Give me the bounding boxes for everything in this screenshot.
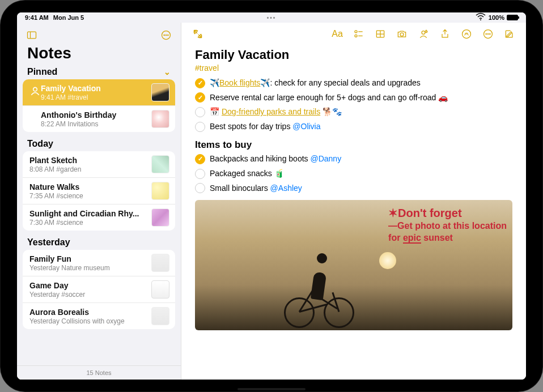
checklist-item[interactable]: ✈️Book flights✈️: check for any special … — [195, 76, 512, 91]
checkbox[interactable] — [195, 183, 205, 193]
checklist-text: Best spots for day trips @Olivia — [210, 121, 321, 133]
compose-button[interactable] — [500, 26, 519, 42]
checklist-item[interactable]: Small binoculars @Ashley — [195, 181, 512, 196]
share-button[interactable] — [435, 26, 455, 42]
editor-pane: Aa Family Vacation #travel ✈️Book flight… — [181, 23, 526, 380]
note-item-meta: 7:30 AM #science — [29, 219, 147, 227]
status-bar: 9:41 AM Mon Jun 5 ••• 100% — [17, 12, 526, 23]
chevron-down-icon: ⌄ — [164, 67, 171, 76]
note-list-item[interactable]: Family Fun Yesterday Nature museum — [23, 250, 175, 276]
battery-percent: 100% — [489, 14, 504, 21]
note-list-item[interactable]: Nature Walks 7:35 AM #science — [23, 178, 175, 204]
note-item-title: Game Day — [29, 281, 147, 290]
svg-point-23 — [487, 33, 488, 34]
note-thumbnail — [151, 254, 169, 272]
svg-point-0 — [480, 19, 481, 20]
attached-image[interactable]: ✶Don't forget —Get photo at this locatio… — [195, 200, 512, 330]
note-body[interactable]: Family Vacation #travel ✈️Book flights✈️… — [181, 45, 526, 380]
collaborate-button[interactable] — [414, 26, 433, 42]
text-format-button[interactable]: Aa — [328, 26, 347, 42]
checklist-text: Backpacks and hiking boots @Danny — [210, 154, 341, 165]
camera-button[interactable] — [392, 26, 412, 42]
handwriting-annotation: ✶Don't forget —Get photo at this locatio… — [388, 206, 507, 244]
checklist-text: Reserve rental car large enough for 5+ d… — [210, 92, 448, 104]
checkbox[interactable] — [195, 107, 205, 117]
checklist-text: Small binoculars @Ashley — [210, 183, 302, 194]
inline-link[interactable]: Book flights — [219, 78, 260, 87]
note-thumbnail — [151, 307, 169, 325]
note-thumbnail — [151, 155, 169, 173]
svg-point-10 — [355, 35, 357, 37]
svg-point-7 — [33, 87, 37, 91]
inline-link[interactable]: Dog-friendly parks and trails — [222, 107, 320, 116]
note-tag[interactable]: #travel — [195, 63, 512, 73]
svg-point-16 — [422, 31, 425, 35]
toggle-sidebar-button[interactable] — [25, 28, 39, 42]
checklist-text: ✈️Book flights✈️: check for any special … — [210, 78, 421, 89]
note-list-item[interactable]: Aurora Borealis Yesterday Collisions wit… — [23, 303, 175, 329]
checkbox[interactable] — [195, 154, 205, 164]
checklist-button[interactable] — [349, 26, 368, 42]
svg-point-6 — [168, 35, 168, 35]
note-item-title: Anthonio's Birthday — [41, 110, 147, 120]
note-list-item[interactable]: Plant Sketch 8:08 AM #garden — [23, 151, 175, 178]
note-item-title: Aurora Borealis — [29, 308, 147, 317]
svg-point-22 — [486, 33, 486, 34]
battery-icon — [507, 15, 518, 20]
shared-icon — [29, 86, 36, 99]
note-item-title: Sunlight and Circadian Rhy... — [29, 209, 147, 218]
status-time: 9:41 AM — [25, 14, 49, 21]
mention[interactable]: @Danny — [310, 154, 341, 163]
note-title[interactable]: Family Vacation — [195, 48, 512, 62]
svg-rect-1 — [28, 32, 36, 39]
note-item-title: Family Vacation — [41, 84, 147, 93]
editor-more-button[interactable] — [478, 26, 498, 42]
sidebar-more-button[interactable] — [159, 28, 173, 42]
note-item-meta: 7:35 AM #science — [29, 192, 147, 200]
checkbox[interactable] — [195, 122, 205, 132]
checkbox[interactable] — [195, 92, 205, 103]
note-item-title: Nature Walks — [29, 182, 147, 191]
note-list-item[interactable]: Family Vacation 9:41 AM #travel — [23, 79, 175, 106]
note-list-item[interactable]: Anthonio's Birthday 8:22 AM Invitations — [23, 106, 175, 132]
checklist-text: Packaged snacks 🧃 — [210, 168, 284, 180]
svg-point-8 — [355, 31, 357, 33]
subheading[interactable]: Items to buy — [195, 139, 512, 151]
table-button[interactable] — [371, 26, 390, 42]
checkbox[interactable] — [195, 169, 205, 179]
note-thumbnail — [151, 110, 169, 128]
section-header[interactable]: Yesterday — [17, 232, 181, 249]
note-item-meta: Yesterday Nature museum — [29, 264, 147, 272]
status-date: Mon Jun 5 — [53, 14, 84, 21]
sidebar: Notes Pinned⌄ Family Vacation 9:41 AM #t… — [17, 23, 181, 380]
expand-icon[interactable] — [188, 26, 207, 42]
note-item-meta: 8:22 AM Invitations — [41, 120, 147, 128]
section-header[interactable]: Today — [17, 133, 181, 150]
note-item-meta: Yesterday Collisions with oxyge — [29, 317, 147, 325]
note-list-item[interactable]: Sunlight and Circadian Rhy... 7:30 AM #s… — [23, 204, 175, 231]
section-header[interactable]: Pinned⌄ — [17, 65, 181, 78]
checklist-item[interactable]: Reserve rental car large enough for 5+ d… — [195, 91, 512, 105]
svg-point-5 — [166, 35, 166, 35]
mention[interactable]: @Ashley — [270, 184, 302, 193]
checklist-item[interactable]: Backpacks and hiking boots @Danny — [195, 152, 512, 167]
svg-point-4 — [164, 35, 164, 35]
checklist-item[interactable]: Packaged snacks 🧃 — [195, 167, 512, 181]
note-item-title: Plant Sketch — [29, 156, 147, 165]
note-list-item[interactable]: Game Day Yesterday #soccer — [23, 276, 175, 303]
mention[interactable]: @Olivia — [292, 122, 320, 131]
note-thumbnail — [151, 182, 169, 200]
checklist-item[interactable]: Best spots for day trips @Olivia — [195, 120, 512, 134]
checkbox[interactable] — [195, 78, 205, 88]
multitask-dots[interactable]: ••• — [267, 15, 277, 21]
section-label: Yesterday — [27, 237, 70, 248]
svg-point-24 — [490, 33, 490, 34]
notes-count: 15 Notes — [17, 365, 181, 380]
checklist-item[interactable]: 📅 Dog-friendly parks and trails 🐕🐾 — [195, 105, 512, 120]
note-item-meta: 9:41 AM #travel — [41, 93, 147, 101]
note-thumbnail — [151, 208, 169, 227]
markup-button[interactable] — [457, 26, 476, 42]
note-item-title: Family Fun — [29, 254, 147, 263]
section-label: Today — [27, 139, 53, 149]
note-item-meta: Yesterday #soccer — [29, 291, 147, 299]
